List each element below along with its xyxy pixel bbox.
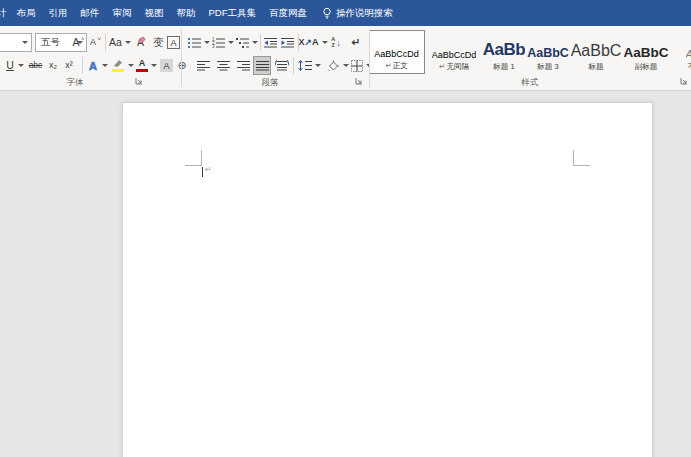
line-spacing-button[interactable] <box>297 56 322 75</box>
subscript-button[interactable]: x₂ <box>46 56 60 75</box>
paragraph-mark-glyph: ↵ <box>205 166 212 174</box>
underline-icon: U <box>6 60 14 71</box>
style-heading-3[interactable]: AaBbC 标题 3 <box>527 30 569 74</box>
tell-me-search[interactable]: 操作说明搜索 <box>322 7 393 20</box>
decrease-indent-icon <box>264 37 277 48</box>
style-preview: AaBbC <box>527 46 569 60</box>
style-name: 标题 1 <box>493 62 514 71</box>
font-color-dropdown[interactable] <box>149 56 157 75</box>
underline-dropdown[interactable] <box>16 56 24 75</box>
align-left-button[interactable] <box>195 56 211 75</box>
decrease-indent-button[interactable] <box>263 33 278 52</box>
paragraph-group: 123 X↗A AZ ↓ ↵ <box>182 26 369 90</box>
superscript-button[interactable]: x² <box>62 56 76 75</box>
bullets-button[interactable] <box>187 33 210 52</box>
numbering-button[interactable]: 123 <box>211 33 234 52</box>
strikethrough-icon: abc <box>29 61 43 70</box>
style-normal[interactable]: AaBbCcDd ↵正文 <box>370 30 425 74</box>
strikethrough-button[interactable]: abc <box>26 56 45 75</box>
menu-tab-clipped[interactable]: 计 <box>0 7 11 20</box>
document-page[interactable]: ↵ <box>122 102 653 457</box>
style-no-spacing[interactable]: AaBbCcDd ↵无间隔 <box>427 30 481 74</box>
change-case-button[interactable]: Aa <box>108 33 132 52</box>
shrink-font-icon: A <box>90 38 96 47</box>
margin-corner-mark-right <box>573 165 590 166</box>
highlight-color-dropdown[interactable] <box>126 56 134 75</box>
align-left-icon <box>197 60 210 71</box>
multilevel-list-button[interactable] <box>235 33 258 52</box>
chevron-down-icon <box>22 41 28 44</box>
font-dialog-launcher[interactable] <box>135 77 145 87</box>
justify-icon <box>256 60 269 71</box>
line-spacing-icon <box>298 60 312 71</box>
increase-indent-button[interactable] <box>280 33 295 52</box>
show-hide-marks-button[interactable]: ↵ <box>348 33 364 52</box>
increase-indent-icon <box>281 37 294 48</box>
styles-group: AaBbCcDd ↵正文 AaBbCcDd ↵无间隔 AaBb 标题 1 AaB… <box>370 26 691 90</box>
style-heading-1[interactable]: AaBb 标题 1 <box>483 30 525 74</box>
menu-tab-pdf-tools[interactable]: PDF工具集 <box>205 7 261 20</box>
style-name: 标题 <box>589 62 604 71</box>
numbering-icon: 123 <box>212 37 225 48</box>
align-center-button[interactable] <box>215 56 231 75</box>
style-preview: AaBbC <box>623 45 668 60</box>
character-border-icon: A <box>167 36 180 49</box>
text-cursor <box>202 167 203 177</box>
style-preview: AaBb <box>483 40 525 60</box>
font-name-combo[interactable] <box>0 33 32 52</box>
shading-button[interactable] <box>326 56 350 75</box>
align-right-button[interactable] <box>235 56 251 75</box>
menu-tab-mailings[interactable]: 邮件 <box>77 7 104 20</box>
superscript-icon: x² <box>65 61 73 70</box>
text-effects-dropdown[interactable] <box>100 56 108 75</box>
sort-button[interactable]: AZ ↓ <box>328 33 344 52</box>
menu-tab-layout[interactable]: 布局 <box>13 7 40 20</box>
paragraph-dialog-launcher[interactable] <box>355 77 365 87</box>
lightbulb-icon <box>322 7 332 20</box>
style-subtle-emphasis[interactable]: AaBb 不明显 <box>671 30 691 74</box>
justify-button[interactable] <box>253 56 271 75</box>
paragraph-mark-icon: ↵ <box>352 37 361 48</box>
asian-layout-button[interactable]: X↗A <box>301 33 325 52</box>
text-effects-button[interactable]: A <box>86 56 100 75</box>
character-border-button[interactable]: A <box>166 33 181 52</box>
multilevel-list-icon <box>236 37 249 48</box>
menu-tab-references[interactable]: 引用 <box>45 7 72 20</box>
highlight-color-button[interactable] <box>109 56 126 75</box>
ribbon: 五号 A˄ A˅ Aa A 变 A U <box>0 26 691 91</box>
style-preview: AaBb <box>686 48 691 60</box>
font-group: 五号 A˄ A˅ Aa A 变 A U <box>0 26 181 90</box>
align-center-icon <box>217 60 230 71</box>
style-preview: AaBbCcDd <box>432 50 477 60</box>
phonetic-guide-icon: 变 <box>153 37 164 48</box>
styles-group-label: 样式 <box>500 77 560 89</box>
styles-dialog-launcher[interactable] <box>680 77 690 87</box>
clear-formatting-button[interactable]: A <box>131 33 150 52</box>
menu-tab-baidu-netdisk[interactable]: 百度网盘 <box>265 7 311 20</box>
style-title[interactable]: AaBbC 标题 <box>571 30 621 74</box>
menu-tab-review[interactable]: 审阅 <box>109 7 136 20</box>
menu-tab-help[interactable]: 帮助 <box>173 7 200 20</box>
shading-icon <box>327 60 340 72</box>
distribute-button[interactable] <box>273 56 290 75</box>
menu-tab-view[interactable]: 视图 <box>141 7 168 20</box>
grow-font-button[interactable]: A˄ <box>70 33 87 52</box>
tell-me-label: 操作说明搜索 <box>336 7 393 20</box>
ribbon-tab-bar: 计 布局 引用 邮件 审阅 视图 帮助 PDF工具集 百度网盘 操作说明搜索 <box>0 0 691 26</box>
return-arrow-icon: ↵ <box>439 62 445 71</box>
phonetic-guide-button[interactable]: 变 <box>151 33 166 52</box>
shrink-font-button[interactable]: A˅ <box>87 33 104 52</box>
change-case-icon: Aa <box>109 37 122 48</box>
style-name: 标题 3 <box>537 62 558 71</box>
document-canvas[interactable]: ↵ <box>0 91 691 457</box>
asian-layout-icon: X↗A <box>298 38 318 47</box>
style-subtitle[interactable]: AaBbC 副标题 <box>623 30 669 74</box>
style-preview: AaBbCcDd <box>374 49 419 59</box>
font-color-button[interactable]: A <box>135 56 149 75</box>
align-right-icon <box>237 60 250 71</box>
svg-text:3: 3 <box>212 44 215 48</box>
text-effects-icon: A <box>89 60 97 72</box>
font-color-icon: A <box>136 59 148 72</box>
underline-button[interactable]: U <box>3 56 17 75</box>
subscript-icon: x₂ <box>49 61 57 70</box>
